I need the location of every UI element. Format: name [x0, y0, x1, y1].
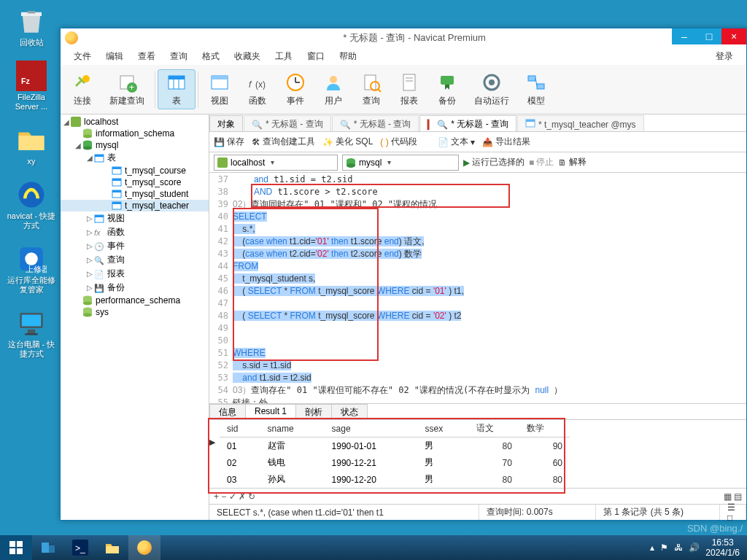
ribbon-table[interactable]: 表	[158, 69, 196, 109]
editor-tab[interactable]: 🔍* 无标题 - 查询	[244, 115, 331, 131]
result-tab[interactable]: 状态	[331, 404, 368, 419]
tree-node[interactable]: ◢localhost	[61, 116, 209, 128]
connection-tree[interactable]: ◢localhostinformation_schema◢mysql◢表t_my…	[61, 114, 209, 520]
menu-file[interactable]: 文件	[66, 48, 98, 65]
twisty-icon[interactable]: ◢	[62, 118, 71, 126]
desktop-icon-folder[interactable]: xy	[6, 125, 57, 166]
tray-network-icon[interactable]: 🖧	[674, 542, 683, 553]
grid-view-icons[interactable]: ▦ ▤	[724, 491, 742, 502]
desktop-icon-filezilla[interactable]: Fz FileZilla Server ...	[6, 61, 57, 112]
desktop-icon-recycle[interactable]: 回收站	[6, 6, 57, 47]
ribbon-model[interactable]: 模型	[517, 69, 555, 109]
close-button[interactable]: ×	[721, 28, 746, 44]
desktop-icon-navicat[interactable]: navicat - 快捷方式	[6, 179, 57, 230]
ribbon-clock[interactable]: 事件	[276, 69, 314, 109]
tree-node[interactable]: t_mysql_teacher	[61, 200, 209, 211]
tree-node[interactable]: performance_schema	[61, 295, 209, 306]
col-header[interactable]: sid	[220, 420, 260, 438]
tree-node[interactable]: ◢mysql	[61, 139, 209, 151]
tree-node[interactable]: t_mysql_student	[61, 188, 209, 200]
col-header[interactable]: 语文	[469, 420, 519, 438]
code-area[interactable]: and t1.sid = t2.sid AND t1.score > t2.sc…	[233, 173, 746, 403]
table-row[interactable]: 01赵雷1990-01-01男8090	[220, 438, 570, 455]
editor-tab[interactable]: 🔍* 无标题 - 查询	[332, 115, 419, 131]
explain-button[interactable]: 🗎 解释	[558, 156, 587, 168]
col-header[interactable]: sname	[260, 420, 325, 438]
tree-node[interactable]: ▷💾备份	[61, 281, 209, 295]
system-tray[interactable]: ▴ ⚑ 🖧 🔊 16:53 2024/1/6	[643, 537, 747, 558]
twisty-icon[interactable]: ◢	[85, 154, 94, 162]
taskbar-powershell[interactable]: >_	[64, 535, 96, 560]
tree-node[interactable]: ▷fx函数	[61, 225, 209, 239]
taskbar-navicat[interactable]	[128, 535, 160, 560]
table-row[interactable]: 02钱电1990-12-21男7060	[220, 454, 570, 471]
tree-node[interactable]: t_mysql_score	[61, 176, 209, 188]
export-button[interactable]: 📤 导出结果	[482, 136, 530, 148]
maximize-button[interactable]: □	[697, 28, 721, 44]
grid-nav[interactable]: + − ✓ ✗ ↻ ▦ ▤	[209, 488, 746, 504]
menu-format[interactable]: 格式	[195, 48, 227, 65]
desktop-icon-repair[interactable]: 上修器 运行库全能修复管家	[6, 244, 57, 295]
col-header[interactable]: 数学	[519, 420, 570, 438]
titlebar[interactable]: * 无标题 - 查询 - Navicat Premium – □ ×	[61, 28, 746, 47]
menu-login[interactable]: 登录	[708, 48, 740, 65]
connection-combo[interactable]: localhost▾	[214, 155, 338, 171]
tray-sound-icon[interactable]: 🔊	[689, 542, 700, 553]
result-tab[interactable]: 剖析	[295, 404, 332, 419]
col-header[interactable]: sage	[325, 420, 418, 438]
menu-edit[interactable]: 编辑	[98, 48, 131, 65]
menu-fav[interactable]: 收藏夹	[227, 48, 268, 65]
beautify-button[interactable]: ✨ 美化 SQL	[322, 136, 373, 148]
text-button[interactable]: 📄 文本 ▾	[438, 136, 475, 148]
result-tab[interactable]: Result 1	[245, 404, 296, 419]
result-grid[interactable]: ▶ sidsnamesagessex语文数学01赵雷1990-01-01男809…	[209, 420, 746, 488]
ribbon-plug[interactable]: 连接	[63, 69, 101, 109]
menu-query[interactable]: 查询	[163, 48, 195, 65]
tray-caret-icon[interactable]: ▴	[650, 542, 654, 553]
ribbon-view[interactable]: 视图	[201, 69, 239, 109]
twisty-icon[interactable]: ▷	[85, 256, 94, 264]
col-header[interactable]: ssex	[417, 420, 468, 438]
taskbar-explorer[interactable]	[96, 535, 128, 560]
snippet-button[interactable]: ( ) 代码段	[380, 136, 417, 148]
ribbon-report[interactable]: 报表	[390, 69, 428, 109]
tree-node[interactable]: t_mysql_course	[61, 165, 209, 176]
run-button[interactable]: ▶ 运行已选择的	[463, 156, 525, 168]
tree-node[interactable]: ▷📄报表	[61, 267, 209, 281]
tree-node[interactable]: ▷视图	[61, 211, 209, 225]
twisty-icon[interactable]: ▷	[85, 228, 94, 236]
twisty-icon[interactable]: ▷	[85, 284, 94, 292]
ribbon-fx[interactable]: f(x)函数	[239, 69, 276, 109]
minimize-button[interactable]: –	[672, 28, 697, 44]
querybuilder-button[interactable]: 🛠 查询创建工具	[252, 136, 315, 148]
tray-flag-icon[interactable]: ⚑	[660, 542, 668, 553]
desktop-icon-pc[interactable]: 这台电脑 - 快捷方式	[6, 308, 57, 359]
ribbon-backup[interactable]: 备份	[428, 69, 466, 109]
taskbar[interactable]: >_ ▴ ⚑ 🖧 🔊 16:53 2024/1/6	[0, 535, 747, 560]
start-button[interactable]	[0, 535, 32, 560]
editor-tab[interactable]: * t_mysql_teacher @mys	[517, 115, 644, 131]
grid-nav-buttons[interactable]: + − ✓ ✗ ↻	[214, 491, 255, 502]
tree-node[interactable]: ▷🔍查询	[61, 253, 209, 267]
tree-node[interactable]: sys	[61, 306, 209, 318]
tree-node[interactable]: ▷🕒事件	[61, 239, 209, 253]
ribbon-new[interactable]: +新建查询	[101, 69, 152, 109]
save-button[interactable]: 💾 保存	[214, 136, 244, 148]
menu-tools[interactable]: 工具	[268, 48, 300, 65]
table-row[interactable]: 03孙风1990-12-20男8080	[220, 471, 570, 488]
result-tab[interactable]: 信息	[209, 404, 246, 419]
twisty-icon[interactable]: ◢	[74, 141, 82, 149]
tray-clock[interactable]: 16:53 2024/1/6	[705, 537, 740, 558]
menu-window[interactable]: 窗口	[300, 48, 332, 65]
status-corner[interactable]: ☰ □	[720, 505, 746, 520]
editor-tab[interactable]: 对象	[209, 115, 243, 131]
menu-help[interactable]: 帮助	[332, 48, 364, 65]
ribbon-query[interactable]: 查询	[352, 69, 390, 109]
tree-node[interactable]: ◢表	[61, 151, 209, 165]
twisty-icon[interactable]: ▷	[85, 270, 94, 278]
ribbon-auto[interactable]: 自动运行	[466, 69, 517, 109]
menu-view[interactable]: 查看	[131, 48, 163, 65]
twisty-icon[interactable]: ▷	[85, 214, 94, 222]
sql-editor[interactable]: 37 38 39 40 41 42 43 44 45 46 47 48 49 5…	[209, 173, 746, 403]
taskbar-server[interactable]	[32, 535, 64, 560]
